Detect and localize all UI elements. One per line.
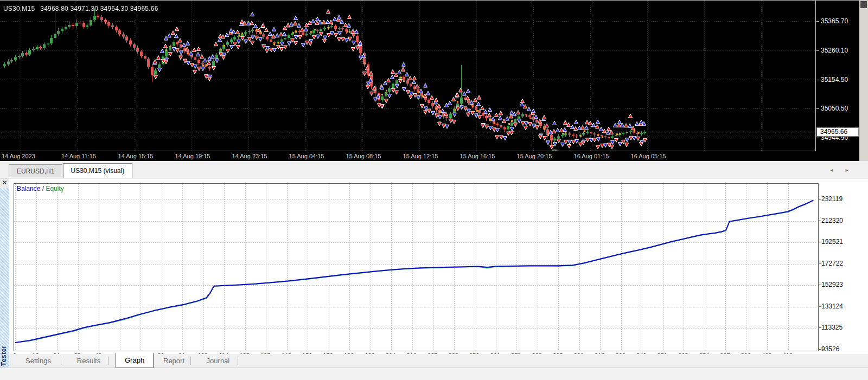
tester-tab-graph[interactable]: Graph: [116, 353, 154, 368]
time-label: 15 Aug 20:15: [517, 153, 552, 159]
tester-tab-journal[interactable]: Journal: [198, 354, 239, 368]
price-label: 35260.10: [821, 47, 848, 54]
tab-separator: [61, 357, 61, 365]
graph-y-tick-label: 212320: [821, 217, 843, 224]
chart-symbol-label: US30,M15: [3, 5, 35, 12]
price-label: 35050.50: [821, 105, 848, 112]
time-label: 14 Aug 2023: [2, 153, 35, 159]
tester-graph-canvas[interactable]: [14, 184, 817, 350]
tester-graph-box[interactable]: Balance / Equity: [14, 183, 819, 351]
chart-tabs-scroll-right-icon[interactable]: ▸: [842, 166, 852, 175]
status-strip: [0, 368, 868, 380]
tester-tab-results[interactable]: Results: [68, 354, 109, 368]
graph-y-tick-label: 172722: [821, 260, 843, 267]
graph-y-axis: 2321192123201925211727221529231331241133…: [819, 178, 862, 352]
time-label: 14 Aug 23:15: [232, 153, 267, 159]
tester-close-button[interactable]: ✕: [0, 178, 9, 188]
graph-y-tick-label: 93526: [821, 345, 839, 353]
legend-separator: /: [40, 185, 46, 192]
time-label: 15 Aug 12:15: [403, 153, 438, 159]
candle-chart-window: US30,M1534968.80 34971.30 34964.30 34965…: [0, 0, 868, 162]
tab-separator: [238, 357, 238, 365]
candle-chart-canvas[interactable]: [0, 1, 815, 151]
mt-terminal: US30,M1534968.80 34971.30 34964.30 34965…: [0, 0, 868, 380]
legend-balance-label: Balance: [17, 185, 40, 192]
chart-tab-eurusd-h1[interactable]: EURUSD,H1: [9, 164, 62, 177]
tester-panel: ✕ Tester Balance / Equity 01224354657698…: [0, 178, 868, 380]
candle-chart-plot[interactable]: US30,M1534968.80 34971.30 34964.30 34965…: [0, 1, 816, 151]
chart-tabbar: ◂ ▸ EURUSD,H1US30,M15 (visual): [0, 161, 868, 178]
graph-legend: Balance / Equity: [17, 185, 64, 192]
chart-tabs-scroll-left-icon[interactable]: ◂: [827, 166, 837, 175]
chart-scroll-notch: [860, 1, 867, 8]
graph-y-tick-label: 152923: [821, 281, 843, 288]
current-price-box: 34965.66: [816, 127, 859, 137]
graph-y-tick-label: 113325: [821, 324, 843, 331]
time-label: 15 Aug 08:15: [346, 153, 381, 159]
close-icon: ✕: [2, 179, 7, 186]
price-label: 35365.70: [821, 17, 848, 25]
tester-tabs: SettingsResultsGraphReportJournal: [9, 354, 868, 368]
tab-separator: [190, 357, 191, 365]
time-label: 14 Aug 15:15: [118, 153, 154, 159]
price-axis[interactable]: 35365.7035260.1035154.5035050.5034944.90…: [816, 1, 859, 161]
price-label: 35154.50: [821, 76, 848, 83]
chart-ohlc-values: 34968.80 34971.30 34964.30 34965.66: [40, 5, 158, 12]
graph-y-tick-label: 133124: [821, 302, 843, 310]
tab-separator: [108, 357, 108, 365]
tester-tab-settings[interactable]: Settings: [17, 354, 60, 368]
time-axis[interactable]: 14 Aug 202314 Aug 11:1514 Aug 15:1514 Au…: [0, 151, 816, 162]
graph-y-tick-label: 192521: [821, 238, 843, 246]
time-label: 15 Aug 16:15: [460, 153, 495, 159]
time-label: 14 Aug 11:15: [61, 153, 96, 159]
time-label: 16 Aug 05:15: [631, 153, 666, 159]
chart-tab-us30-m15-visual[interactable]: US30,M15 (visual): [63, 163, 133, 178]
time-label: 15 Aug 04:15: [289, 153, 324, 159]
legend-equity-label: Equity: [46, 185, 63, 192]
graph-y-tick-label: 232119: [821, 195, 843, 203]
tester-tab-report[interactable]: Report: [155, 354, 193, 368]
chart-title: US30,M1534968.80 34971.30 34964.30 34965…: [3, 5, 158, 12]
time-label: 16 Aug 01:15: [574, 153, 609, 159]
time-label: 14 Aug 19:15: [175, 153, 210, 159]
tester-side-strip: ✕ Tester: [0, 178, 9, 368]
chart-right-scroll-strip[interactable]: [859, 1, 868, 162]
